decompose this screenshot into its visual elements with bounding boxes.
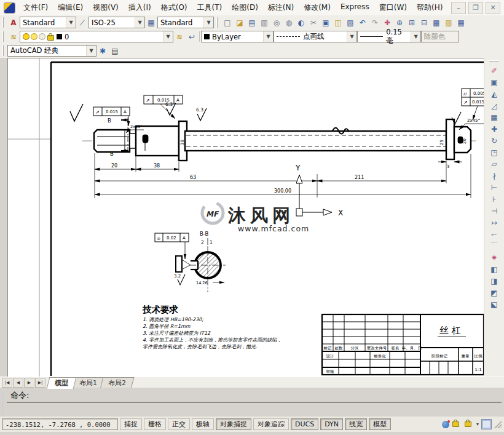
erase-button[interactable]: ✐ xyxy=(487,65,501,76)
open-button[interactable]: ◪ xyxy=(234,17,246,28)
workspace-settings-icon[interactable]: ✱ xyxy=(96,45,109,57)
offset-button[interactable]: ◿ xyxy=(487,100,501,111)
zoom-previous-button[interactable]: ⊟ xyxy=(418,17,430,28)
osnap-toggle[interactable]: 对象捕捉 xyxy=(216,418,251,430)
layer-manager-icon[interactable]: ≋ xyxy=(7,31,20,42)
redo-button[interactable]: ↷ xyxy=(369,17,381,28)
lineweight-toggle[interactable]: 线宽 xyxy=(345,418,367,430)
move-button[interactable]: ✚ xyxy=(487,123,501,135)
grid-toggle[interactable]: 栅格 xyxy=(144,418,166,430)
chamfer-button[interactable]: ⌐ xyxy=(487,228,501,240)
dyn-toggle[interactable]: DYN xyxy=(320,418,343,430)
menu-view[interactable]: 视图(V) xyxy=(88,1,124,15)
dim-style-combo[interactable]: ISO-25▼ xyxy=(89,17,145,28)
menu-window[interactable]: 窗口(W) xyxy=(374,1,412,15)
draworder-below-button[interactable]: ⬕ xyxy=(487,298,501,310)
fillet-button[interactable]: ⌒ xyxy=(487,240,501,252)
tab-layout2[interactable]: 布局2 xyxy=(100,377,135,389)
menu-express[interactable]: Express xyxy=(336,1,374,15)
resize-grip[interactable] xyxy=(494,421,502,428)
new-button[interactable]: □ xyxy=(221,17,234,28)
command-history[interactable] xyxy=(7,402,501,418)
break-button[interactable]: ⊣ xyxy=(487,205,501,217)
match-properties-button[interactable]: ▨ xyxy=(344,17,356,28)
color-combo[interactable]: ByLayer ▼ xyxy=(201,31,274,42)
linetype-combo[interactable]: 点画线 ▼ xyxy=(274,31,357,42)
toolbar-grip[interactable] xyxy=(2,46,6,56)
menu-help[interactable]: 帮助(H) xyxy=(412,1,447,15)
copy-clip-button[interactable]: ▣ xyxy=(320,17,332,28)
chevron-down-icon[interactable]: ▼ xyxy=(66,17,76,28)
command-prompt[interactable]: 命令: xyxy=(10,390,29,401)
chevron-down-icon[interactable]: ▼ xyxy=(411,31,420,42)
save-workspace-icon[interactable]: ▤ xyxy=(109,45,121,57)
command-input-area[interactable]: 命令: xyxy=(7,402,502,403)
menu-draw[interactable]: 绘图(D) xyxy=(227,1,263,15)
drawing-canvas[interactable]: MF 沐风网 www.mfcad.com 30 25 20 xyxy=(7,58,484,378)
menu-format[interactable]: 格式(O) xyxy=(156,1,192,15)
zoom-realtime-button[interactable]: ⊕ xyxy=(393,17,406,28)
table-style-combo[interactable]: Standard▼ xyxy=(157,17,214,28)
toolbar-grip[interactable] xyxy=(2,17,6,28)
communication-center-icon[interactable] xyxy=(442,421,449,428)
stretch-button[interactable]: ▱ xyxy=(487,158,501,170)
close-button[interactable]: ✕ xyxy=(486,2,500,14)
menu-dimension[interactable]: 标注(N) xyxy=(263,1,299,15)
chevron-down-icon[interactable]: ▼ xyxy=(203,17,213,28)
toolbar-grip[interactable] xyxy=(489,60,499,63)
draworder-front-button[interactable]: ◧ xyxy=(487,263,501,275)
toolbar-grip[interactable] xyxy=(216,17,219,28)
zoom-window-button[interactable]: ⊞ xyxy=(406,17,418,28)
minimize-button[interactable]: – xyxy=(451,2,466,14)
restore-button[interactable]: ❐ xyxy=(468,2,483,14)
chevron-down-icon[interactable]: ▼ xyxy=(135,17,144,28)
scale-button[interactable]: ◳ xyxy=(487,146,501,158)
otrack-toggle[interactable]: 对象追踪 xyxy=(253,418,289,430)
draworder-back-button[interactable]: ◨ xyxy=(487,275,501,287)
menu-edit[interactable]: 编辑(E) xyxy=(53,1,88,15)
cut-button[interactable]: ✂ xyxy=(307,17,320,28)
publish-button[interactable]: ◍ xyxy=(283,17,295,28)
chevron-down-icon[interactable]: ▼ xyxy=(163,31,173,42)
draworder-above-button[interactable]: ◩ xyxy=(487,287,501,298)
explode-button[interactable]: ✷ xyxy=(487,252,501,263)
toolbar-lock-icon[interactable] xyxy=(452,421,459,427)
toolbar-grip[interactable] xyxy=(2,31,6,42)
properties-palette-button[interactable]: ▩ xyxy=(430,17,443,28)
tray-menu-caret[interactable]: ▾ xyxy=(476,421,479,427)
lineweight-combo[interactable]: 0.15 毫 ▼ xyxy=(357,31,421,42)
chevron-down-icon[interactable]: ▼ xyxy=(347,31,356,42)
model-space-toggle[interactable]: 模型 xyxy=(369,418,391,430)
menu-insert[interactable]: 插入(I) xyxy=(124,1,156,15)
designcenter-button[interactable]: ▧ xyxy=(443,17,455,28)
chevron-down-icon[interactable]: ▼ xyxy=(86,46,96,56)
text-style-combo[interactable]: Standard▼ xyxy=(20,17,76,28)
menu-file[interactable]: 文件(F) xyxy=(18,1,53,15)
extend-button[interactable]: ⊢ xyxy=(487,182,501,193)
tab-model[interactable]: 模型 xyxy=(47,377,77,389)
ortho-toggle[interactable]: 正交 xyxy=(168,418,190,430)
array-button[interactable]: ▦ xyxy=(487,111,501,123)
plot-preview-button[interactable]: ◎ xyxy=(270,17,283,28)
tab-nav-prev[interactable]: ◀ xyxy=(13,378,23,388)
snap-toggle[interactable]: 捕捉 xyxy=(120,418,142,430)
layer-previous-icon[interactable]: ↩ xyxy=(186,31,198,42)
tab-nav-first[interactable]: |◀ xyxy=(2,378,12,388)
tab-nav-last[interactable]: ▶| xyxy=(35,378,45,388)
save-button[interactable]: ▤ xyxy=(246,17,258,28)
menu-tools[interactable]: 工具(T) xyxy=(192,1,227,15)
command-window-grip[interactable] xyxy=(2,392,6,415)
trim-button[interactable]: ∤ xyxy=(487,170,501,182)
break-at-point-button[interactable]: ⊦ xyxy=(487,193,501,205)
tool-palettes-button[interactable]: ▦ xyxy=(455,17,467,28)
paste-button[interactable]: ◫ xyxy=(332,17,344,28)
chevron-down-icon[interactable]: ▼ xyxy=(263,31,273,42)
polar-toggle[interactable]: 极轴 xyxy=(192,418,214,430)
plot-button[interactable]: ▥ xyxy=(258,17,270,28)
clean-screen-button[interactable] xyxy=(481,419,492,429)
mirror-button[interactable]: ◭ xyxy=(487,88,501,100)
workspace-combo[interactable]: AutoCAD 经典 ▼ xyxy=(7,45,96,57)
tab-nav-next[interactable]: ▶ xyxy=(24,378,34,388)
make-object-layer-current-icon[interactable]: ≋ xyxy=(173,31,186,42)
undo-button[interactable]: ↶ xyxy=(356,17,369,28)
